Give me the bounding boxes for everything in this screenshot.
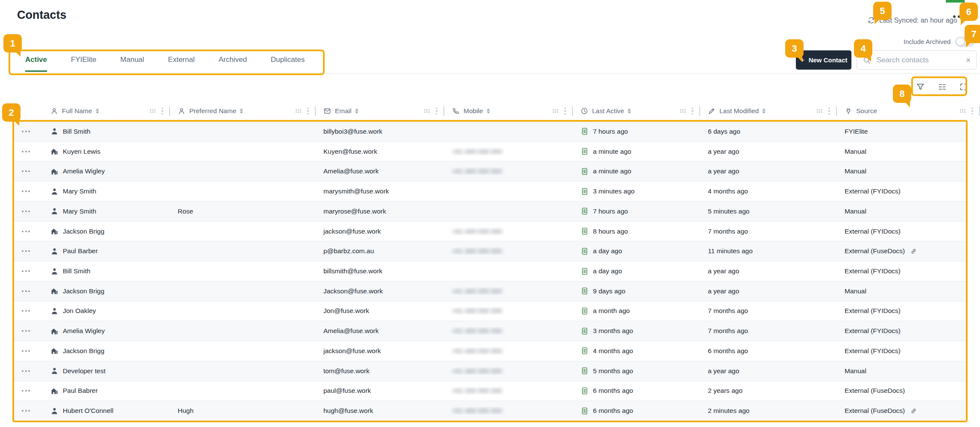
table-row[interactable]: Kuyen LewisKuyen@fuse.work+61 400 000 00… bbox=[14, 141, 966, 161]
row-menu-icon[interactable] bbox=[20, 368, 32, 374]
row-menu-icon[interactable] bbox=[20, 248, 32, 254]
column-drag-handle[interactable] bbox=[959, 109, 966, 113]
header-cell-mod[interactable]: Last Modified bbox=[700, 102, 837, 120]
table-row[interactable]: Jackson Briggjackson@fuse.work+61 400 00… bbox=[14, 221, 966, 241]
column-menu-icon[interactable] bbox=[828, 108, 830, 115]
row-menu-icon[interactable] bbox=[20, 208, 32, 215]
last-modified-text: 4 months ago bbox=[708, 187, 748, 195]
row-menu-icon[interactable] bbox=[20, 288, 32, 295]
header-cell-name[interactable]: Full Name bbox=[43, 102, 170, 120]
sort-arrows-icon[interactable] bbox=[96, 108, 99, 114]
row-actions-cell bbox=[14, 268, 43, 275]
last-modified-text: 6 days ago bbox=[708, 128, 740, 135]
email-text: Jon@fuse.work bbox=[323, 307, 369, 315]
row-menu-icon[interactable] bbox=[20, 407, 32, 414]
pencil-icon bbox=[708, 107, 716, 115]
full-name-cell: Jackson Brigg bbox=[43, 347, 170, 355]
table-body: Bill Smithbillyboi3@fuse.work7 hours ago… bbox=[12, 120, 968, 422]
column-menu-icon[interactable] bbox=[307, 108, 309, 115]
row-menu-icon[interactable] bbox=[20, 268, 32, 275]
row-menu-icon[interactable] bbox=[20, 328, 32, 334]
link-icon bbox=[910, 407, 917, 415]
mobile-cell: +61 400 000 000 bbox=[444, 228, 573, 235]
last-active-text: a day ago bbox=[593, 267, 622, 275]
sort-arrows-icon[interactable] bbox=[628, 108, 631, 114]
table-row[interactable]: Mary Smithmarysmith@fuse.work3 minutes a… bbox=[14, 181, 966, 201]
row-menu-icon[interactable] bbox=[20, 128, 32, 135]
fullscreen-icon[interactable] bbox=[959, 82, 968, 91]
mobile-cell: +61 400 000 000 bbox=[444, 367, 573, 375]
row-menu-icon[interactable] bbox=[20, 307, 32, 314]
sort-arrows-icon[interactable] bbox=[487, 108, 490, 114]
new-contact-button[interactable]: + New Contact bbox=[796, 50, 851, 70]
column-menu-icon[interactable] bbox=[436, 108, 437, 115]
header-cell-mobile[interactable]: Mobile bbox=[444, 102, 573, 120]
tab-archived[interactable]: Archived bbox=[219, 56, 247, 72]
top-edge-green-strip bbox=[946, 0, 965, 3]
column-density-icon[interactable] bbox=[938, 82, 947, 91]
column-menu-icon[interactable] bbox=[971, 108, 973, 115]
person-fill-icon bbox=[50, 127, 59, 135]
table-row[interactable]: Hubert O'ConnellHughhugh@fuse.work+61 40… bbox=[14, 401, 966, 421]
document-icon bbox=[581, 147, 589, 155]
search-input[interactable] bbox=[876, 56, 961, 65]
filter-icon[interactable] bbox=[916, 82, 925, 91]
row-menu-icon[interactable] bbox=[20, 228, 32, 235]
column-drag-handle[interactable] bbox=[680, 109, 686, 113]
row-menu-icon[interactable] bbox=[20, 387, 32, 394]
column-menu-icon[interactable] bbox=[564, 108, 566, 115]
table-row[interactable]: Jackson BriggJackson@fuse.work+61 400 00… bbox=[14, 281, 966, 301]
sort-arrows-icon[interactable] bbox=[762, 108, 766, 114]
last-modified-cell: 7 months ago bbox=[700, 327, 837, 335]
row-menu-icon[interactable] bbox=[20, 168, 32, 175]
header-cell-email[interactable]: Email bbox=[316, 102, 444, 120]
column-drag-handle[interactable] bbox=[150, 109, 156, 113]
mobile-cell: +61 400 000 000 bbox=[444, 307, 573, 315]
tab-external[interactable]: External bbox=[168, 56, 194, 72]
last-active-text: 8 hours ago bbox=[593, 228, 628, 235]
table-row[interactable]: Amelia WigleyAmelia@fuse.work+61 400 000… bbox=[14, 161, 966, 181]
last-modified-cell: 6 days ago bbox=[700, 128, 837, 135]
table-row[interactable]: Jackson Briggjackson@fuse.work+61 400 00… bbox=[14, 341, 966, 361]
sort-arrows-icon[interactable] bbox=[355, 108, 358, 114]
column-menu-icon[interactable] bbox=[692, 108, 693, 115]
column-drag-handle[interactable] bbox=[295, 109, 302, 113]
row-menu-icon[interactable] bbox=[20, 188, 32, 195]
new-contact-label: New Contact bbox=[809, 56, 848, 64]
tab-duplicates[interactable]: Duplicates bbox=[271, 56, 305, 72]
table-row[interactable]: Amelia WigleyAmelia@fuse.work+61 400 000… bbox=[14, 321, 966, 341]
person-fill-icon bbox=[50, 207, 59, 215]
mail-icon bbox=[323, 107, 331, 115]
row-menu-icon[interactable] bbox=[20, 348, 32, 354]
org-icon bbox=[50, 167, 59, 175]
header-cell-active[interactable]: Last Active bbox=[573, 102, 700, 120]
table-row[interactable]: Paul Babrerpaul@fuse.work+61 400 000 000… bbox=[14, 381, 966, 401]
table-row[interactable]: Mary SmithRosemaryrose@fuse.work7 hours … bbox=[14, 201, 966, 221]
table-row[interactable]: Bill Smithbillyboi3@fuse.work7 hours ago… bbox=[14, 122, 966, 141]
search-clear-icon[interactable]: × bbox=[966, 56, 971, 64]
last-modified-text: 7 months ago bbox=[708, 327, 748, 335]
row-menu-icon[interactable] bbox=[20, 148, 32, 155]
sort-arrows-icon[interactable] bbox=[240, 108, 243, 114]
full-name-cell: Amelia Wigley bbox=[43, 167, 170, 175]
tab-active[interactable]: Active bbox=[25, 56, 47, 72]
header-cell-pref[interactable]: Preferred Name bbox=[170, 102, 316, 120]
column-drag-handle[interactable] bbox=[816, 109, 823, 113]
email-cell: billsmith@fuse.work bbox=[316, 267, 444, 275]
preferred-name-cell: Rose bbox=[170, 208, 316, 215]
last-modified-text: a year ago bbox=[708, 167, 739, 175]
table-row[interactable]: Bill Smithbillsmith@fuse.worka day agoa … bbox=[14, 261, 966, 281]
source-text: External (FYIDocs) bbox=[845, 228, 901, 235]
source-cell: External (FYIDocs) bbox=[837, 187, 966, 195]
mobile-redacted-text: +61 400 000 000 bbox=[452, 228, 502, 235]
column-menu-icon[interactable] bbox=[161, 108, 163, 115]
column-drag-handle[interactable] bbox=[424, 109, 430, 113]
mobile-cell: +61 400 000 000 bbox=[444, 167, 573, 175]
table-row[interactable]: Paul Barberp@barbz.com.au+61 400 000 000… bbox=[14, 241, 966, 261]
header-label: Mobile bbox=[464, 107, 483, 115]
tab-manual[interactable]: Manual bbox=[120, 56, 144, 72]
table-row[interactable]: Jon OakleyJon@fuse.work+61 400 000 000a … bbox=[14, 301, 966, 321]
column-drag-handle[interactable] bbox=[552, 109, 559, 113]
tab-fyielite[interactable]: FYIElite bbox=[71, 56, 97, 72]
table-row[interactable]: Developer testtom@fuse.work+61 400 000 0… bbox=[14, 361, 966, 381]
